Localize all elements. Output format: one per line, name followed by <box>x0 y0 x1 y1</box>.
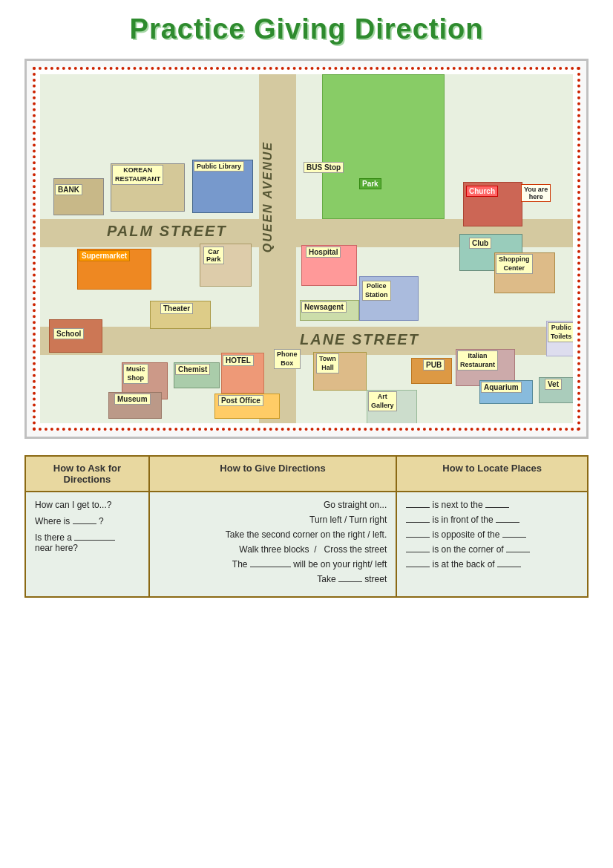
ask-line-1: How can I get to...? <box>35 500 140 510</box>
blank-8 <box>496 522 519 523</box>
supermarket-label: Supermarket <box>79 250 130 261</box>
park-area <box>322 74 445 219</box>
blank-4 <box>338 581 362 582</box>
locate-header: How to Locate Places <box>396 456 588 492</box>
locate-line-5: is at the back of <box>406 559 578 570</box>
blank-13 <box>406 567 430 567</box>
give-line-6: Take street <box>159 574 387 584</box>
info-table-wrapper: How to Ask for Directions How to Give Di… <box>24 455 589 598</box>
map-container: PALM STREET LANE STREET QUEEN AVENUE BAN… <box>40 74 573 423</box>
public-library-label: Public Library <box>194 161 244 172</box>
give-line-3: Take the second corner on the right / le… <box>159 529 387 540</box>
newsagent-label: Newsagent <box>301 301 347 313</box>
ask-line-3: Is there a near here? <box>35 532 140 553</box>
church-label: Church <box>466 186 498 197</box>
police-station-label: PoliceStation <box>362 281 391 301</box>
bus-stop-label: BUS Stop <box>304 162 344 173</box>
blank-3 <box>250 567 291 567</box>
phone-box-label: PhoneBox <box>274 349 301 369</box>
vet-label: Vet <box>545 379 562 390</box>
directions-table: How to Ask for Directions How to Give Di… <box>24 455 589 598</box>
give-line-1: Go straight on... <box>159 500 387 510</box>
car-park-label: CarPark <box>203 247 224 264</box>
you-are-here-label: You arehere <box>521 184 551 202</box>
chemist-label: Chemist <box>175 364 210 375</box>
blank-12 <box>506 552 530 552</box>
art-gallery-label: ArtGallery <box>368 391 397 411</box>
aquarium-label: Aquarium <box>481 382 522 393</box>
locate-line-2: is in front of the <box>406 515 578 525</box>
blank-5 <box>406 507 430 508</box>
theater-label: Theater <box>160 303 193 314</box>
korean-restaurant-label: KOREANRESTAURANT <box>112 165 163 185</box>
queen-avenue-label: QUEEN AVENUE <box>261 141 275 252</box>
school-label: School <box>53 328 84 339</box>
page-title: Practice Giving Direction <box>130 13 484 45</box>
blank-2 <box>74 540 115 541</box>
public-toilets-label: PublicToilets <box>548 322 573 342</box>
blank-9 <box>406 537 430 538</box>
blank-14 <box>497 567 521 567</box>
blank-1 <box>73 523 96 524</box>
give-line-4: Walk three blocks / Cross the street <box>159 544 387 555</box>
dot-border: PALM STREET LANE STREET QUEEN AVENUE BAN… <box>33 67 580 431</box>
lane-street-label: LANE STREET <box>300 331 419 348</box>
hospital-label: Hospital <box>306 247 341 258</box>
ask-header: How to Ask for Directions <box>25 456 149 492</box>
blank-7 <box>406 522 430 523</box>
blank-10 <box>502 537 526 538</box>
blank-6 <box>485 507 509 508</box>
give-line-5: The will be on your right/ left <box>159 559 387 570</box>
locate-content: is next to the is in front of the is opp… <box>396 492 588 597</box>
italian-restaurant-label: ItalianRestaurant <box>457 350 498 371</box>
ask-line-2: Where is ? <box>35 516 140 526</box>
give-content: Go straight on... Turn left / Turn right… <box>149 492 397 597</box>
music-shop-label: MusicShop <box>123 364 148 384</box>
town-hall-label: TownHall <box>316 353 339 373</box>
give-header: How to Give Directions <box>149 456 397 492</box>
ask-content: How can I get to...? Where is ? Is there… <box>25 492 149 597</box>
palm-street-label: PALM STREET <box>107 223 227 240</box>
park-label: Park <box>359 178 381 189</box>
locate-line-3: is opposite of the <box>406 529 578 540</box>
bank-label: BANK <box>55 184 82 195</box>
locate-line-4: is on the corner of <box>406 544 578 555</box>
hotel-label: HOTEL <box>223 355 254 366</box>
museum-label: Museum <box>114 394 151 405</box>
blank-11 <box>406 552 430 552</box>
shopping-center-label: ShoppingCenter <box>496 254 533 274</box>
club-label: Club <box>469 238 491 249</box>
map-section: PALM STREET LANE STREET QUEEN AVENUE BAN… <box>24 59 589 439</box>
post-office-label: Post Office <box>218 395 263 406</box>
pub-label: PUB <box>423 359 445 371</box>
locate-line-1: is next to the <box>406 500 578 510</box>
give-line-2: Turn left / Turn right <box>159 515 387 525</box>
